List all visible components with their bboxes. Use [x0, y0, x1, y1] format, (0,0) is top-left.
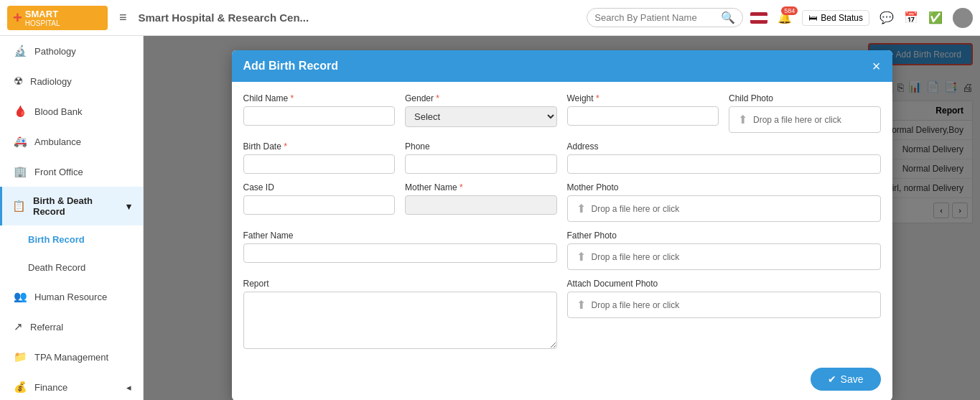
upload-icon4: ⬆ — [577, 298, 586, 312]
child-photo-drop[interactable]: ⬆ Drop a file here or click — [729, 106, 881, 133]
sidebar-label-birth-record: Birth Record — [28, 234, 85, 245]
search-icon: 🔍 — [721, 11, 735, 24]
referral-icon: ↗ — [14, 320, 23, 333]
case-id-input[interactable] — [243, 195, 396, 215]
ambulance-icon: 🚑 — [14, 135, 27, 148]
sidebar-label-tpa: TPA Management — [34, 352, 108, 363]
sidebar-item-radiology[interactable]: ☢ Radiology — [0, 66, 143, 96]
tasks-icon[interactable]: ✅ — [928, 11, 943, 24]
phone-input[interactable] — [405, 154, 557, 174]
report-textarea[interactable] — [243, 292, 557, 349]
notification-count: 584 — [781, 6, 798, 15]
father-photo-field: Father Photo ⬆ Drop a file here or click — [567, 231, 881, 270]
birth-date-input[interactable] — [243, 154, 396, 174]
upload-icon: ⬆ — [738, 113, 747, 126]
sidebar-item-birth-death[interactable]: 📋 Birth & Death Record ▾ — [0, 187, 143, 225]
sidebar-item-finance[interactable]: 💰 Finance ◂ — [0, 372, 143, 400]
bed-status-button[interactable]: 🛏 Bed Status — [802, 10, 869, 26]
flag-icon — [750, 12, 767, 24]
logo-plus-icon: + — [13, 9, 22, 27]
mother-photo-label: Mother Photo — [567, 182, 881, 192]
sidebar-label-birth-death: Birth & Death Record — [33, 195, 119, 217]
case-id-label: Case ID — [243, 182, 396, 192]
sidebar-item-referral[interactable]: ↗ Referral — [0, 312, 143, 342]
sidebar-item-death-record[interactable]: Death Record — [0, 254, 143, 282]
notification-bell[interactable]: 🔔 584 — [778, 11, 792, 24]
main-content: + + Add Birth Record 100 ⎘ 📊 📄 📑 🖨 Repor… — [144, 36, 980, 400]
birth-date-label: Birth Date * — [243, 141, 396, 152]
birth-date-field: Birth Date * — [243, 141, 396, 174]
save-button[interactable]: ✔ Save — [811, 368, 881, 391]
menu-icon[interactable]: ≡ — [119, 10, 127, 25]
mother-photo-field: Mother Photo ⬆ Drop a file here or click — [567, 182, 881, 222]
chevron-left-icon: ◂ — [126, 382, 131, 393]
sidebar-item-front-office[interactable]: 🏢 Front Office — [0, 157, 143, 187]
layout: 🔬 Pathology ☢ Radiology 🩸 Blood Bank 🚑 A… — [0, 36, 980, 400]
modal-header: Add Birth Record × — [232, 50, 892, 82]
weight-field: Weight * — [567, 93, 719, 133]
front-office-icon: 🏢 — [14, 165, 27, 178]
gender-label2: Gender * — [405, 93, 557, 103]
attach-doc-drop[interactable]: ⬆ Drop a file here or click — [567, 292, 881, 318]
sidebar-item-tpa[interactable]: 📁 TPA Management — [0, 342, 143, 372]
blood-bank-icon: 🩸 — [14, 105, 27, 118]
search-bar: 🔍 — [587, 8, 743, 27]
sidebar-item-blood-bank[interactable]: 🩸 Blood Bank — [0, 96, 143, 126]
whatsapp-icon[interactable]: 💬 — [879, 11, 894, 24]
save-check-icon: ✔ — [828, 373, 836, 385]
logo: + SMART HOSPITAL — [7, 6, 108, 30]
mother-photo-drop[interactable]: ⬆ Drop a file here or click — [567, 195, 881, 222]
child-name-input2[interactable] — [243, 106, 396, 126]
address-input[interactable] — [567, 154, 881, 174]
modal-close-button[interactable]: × — [872, 59, 881, 73]
sidebar-item-human-resource[interactable]: 👥 Human Resource — [0, 282, 143, 312]
weight-input2[interactable] — [567, 106, 719, 126]
phone-field: Phone — [405, 141, 557, 174]
sidebar-label-finance: Finance — [34, 382, 67, 393]
gender-select2[interactable]: Select Male Female — [405, 106, 557, 127]
birth-death-icon: 📋 — [12, 200, 26, 213]
father-name-input[interactable] — [243, 243, 557, 263]
sidebar-label-front-office: Front Office — [34, 167, 83, 177]
avatar[interactable] — [953, 8, 973, 28]
bed-status-label: Bed Status — [821, 13, 863, 23]
child-photo-drop-text: Drop a file here or click — [753, 115, 841, 125]
attach-doc-label: Attach Document Photo — [567, 279, 881, 289]
child-photo-field: Child Photo ⬆ Drop a file here or click — [729, 93, 881, 133]
child-name-field: Child Name * — [243, 93, 396, 133]
modal-body: Child Name * Gender * Select — [232, 82, 892, 361]
pathology-icon: 🔬 — [14, 45, 27, 57]
phone-label: Phone — [405, 141, 557, 152]
sidebar-label-radiology: Radiology — [30, 76, 72, 87]
topnav: + SMART HOSPITAL ≡ Smart Hospital & Rese… — [0, 0, 980, 36]
upload-icon3: ⬆ — [577, 250, 586, 264]
child-name-label2: Child Name * — [243, 93, 396, 103]
sidebar-item-birth-record[interactable]: Birth Record — [0, 225, 143, 254]
site-title: Smart Hospital & Research Cen... — [139, 11, 580, 24]
nav-icons: 🔔 584 🛏 Bed Status 💬 📅 ✅ — [750, 8, 973, 28]
sidebar-item-ambulance[interactable]: 🚑 Ambulance — [0, 126, 143, 157]
weight-label2: Weight * — [567, 93, 719, 103]
radiology-icon: ☢ — [14, 75, 23, 88]
sidebar-label-referral: Referral — [30, 322, 63, 332]
child-photo-label2: Child Photo — [729, 93, 881, 103]
search-input[interactable] — [594, 12, 717, 23]
mother-name-input[interactable] — [405, 195, 557, 215]
attach-doc-drop-text: Drop a file here or click — [592, 300, 680, 310]
father-photo-drop[interactable]: ⬆ Drop a file here or click — [567, 243, 881, 270]
calendar-icon[interactable]: 📅 — [904, 11, 918, 24]
sidebar-label-ambulance: Ambulance — [34, 136, 81, 147]
mother-name-field: Mother Name * — [405, 182, 557, 222]
sidebar-label-blood-bank: Blood Bank — [34, 106, 83, 117]
father-name-field: Father Name — [243, 231, 557, 270]
gender-field: Gender * Select Male Female — [405, 93, 557, 133]
finance-icon: 💰 — [14, 381, 27, 394]
father-photo-drop-text: Drop a file here or click — [592, 252, 680, 262]
modal-title: Add Birth Record — [243, 60, 338, 73]
modal-footer: ✔ Save — [232, 361, 892, 400]
sidebar-item-pathology[interactable]: 🔬 Pathology — [0, 36, 143, 66]
sidebar: 🔬 Pathology ☢ Radiology 🩸 Blood Bank 🚑 A… — [0, 36, 144, 400]
mother-name-label: Mother Name * — [405, 182, 557, 192]
attach-doc-field: Attach Document Photo ⬆ Drop a file here… — [567, 279, 881, 349]
add-birth-record-modal: Add Birth Record × Child Name * — [232, 50, 892, 400]
